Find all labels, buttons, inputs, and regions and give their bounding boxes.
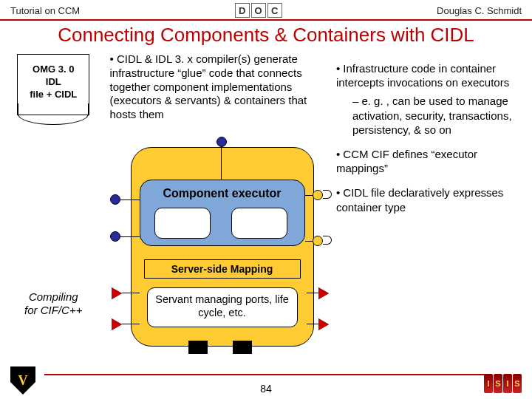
- slide-title: Connecting Components & Containers with …: [0, 21, 532, 51]
- middle-column: • CIDL & IDL 3. x compiler(s) generate i…: [101, 51, 335, 354]
- page-number: 84: [0, 383, 532, 395]
- isis-logo-icon: ISIS: [484, 374, 522, 393]
- header-logo: D O C: [80, 3, 437, 18]
- connector-line: [120, 200, 140, 201]
- left-column: OMG 3. 0 IDL file + CIDL Compiling for C…: [6, 51, 101, 354]
- slide-body: OMG 3. 0 IDL file + CIDL Compiling for C…: [0, 51, 532, 354]
- logo-letter-d: D: [235, 3, 250, 18]
- receptacle-socket-icon: [323, 236, 332, 245]
- bullet-infrastructure: • Infrastructure code in container inter…: [336, 61, 522, 89]
- subbullet-eg: – e. g. , can be used to manage activati…: [336, 94, 522, 137]
- event-source-icon: [112, 287, 122, 299]
- right-column: • Infrastructure code in container inter…: [335, 51, 526, 354]
- home-port-icon: [233, 341, 252, 354]
- facet-port-icon: [110, 231, 120, 242]
- bullet-cidl-file: • CIDL file declaratively expresses cont…: [336, 185, 522, 214]
- idl-file-label: OMG 3. 0 IDL file + CIDL: [30, 64, 77, 100]
- connector-line: [122, 324, 140, 325]
- compiling-caption: Compiling for CIF/C++: [24, 290, 82, 317]
- footer-divider: [44, 374, 488, 375]
- receptacle-port-icon: [313, 190, 323, 200]
- connector-line: [120, 236, 140, 238]
- component-diagram: Component executor Server-side Mapping S…: [107, 132, 329, 354]
- receptacle-socket-icon: [323, 190, 332, 199]
- connector-line: [221, 147, 222, 180]
- mapping-box: Server-side Mapping: [144, 259, 301, 279]
- facet-port-icon: [110, 194, 120, 205]
- event-source-icon: [112, 318, 122, 330]
- home-port-icon: [188, 341, 208, 354]
- executor-label: Component executor: [143, 187, 302, 200]
- servant-box: Servant managing ports, life cycle, etc.: [147, 287, 298, 327]
- executor-inner-box: [154, 208, 211, 239]
- bullet-cif: • CCM CIF defines “executor mappings”: [336, 147, 522, 175]
- facet-port-icon: [216, 137, 227, 147]
- top-bullet: • CIDL & IDL 3. x compiler(s) generate i…: [107, 51, 335, 126]
- header-left: Tutorial on CCM: [10, 5, 80, 16]
- receptacle-port-icon: [313, 236, 323, 246]
- event-sink-icon: [318, 318, 329, 330]
- logo-letter-c: C: [267, 3, 282, 18]
- header-right: Douglas C. Schmidt: [437, 5, 522, 16]
- event-sink-icon: [318, 287, 329, 299]
- executor-inner-box: [231, 208, 287, 239]
- slide-header: Tutorial on CCM D O C Douglas C. Schmidt: [0, 0, 532, 21]
- logo-letter-o: O: [251, 3, 266, 18]
- connector-line: [122, 293, 140, 294]
- idl-file-icon: OMG 3. 0 IDL file + CIDL: [17, 54, 89, 115]
